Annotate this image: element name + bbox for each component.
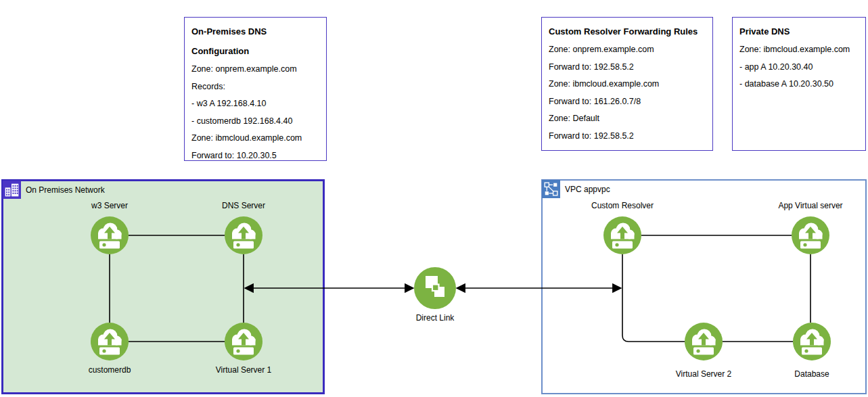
note-forwarding-rules: Custom Resolver Forwarding Rules Zone: o… [541,17,713,151]
node-dns-server [225,216,262,254]
node-label-database: Database [754,369,868,379]
overlapping-squares-icon [414,267,456,309]
note-line: - w3 A 192.168.4.10 [191,95,319,113]
onprem-network-container: On Premises Network [1,179,325,394]
note-title: Custom Resolver Forwarding Rules [549,22,706,41]
node-label-virtual-server-2: Virtual Server 2 [646,369,761,379]
vpc-label: VPC appvpc [565,185,610,194]
node-label-custom-resolver: Custom Resolver [565,201,680,211]
note-line: Zone: ibmcloud.example.com [549,76,706,93]
cloud-upload-server-icon [685,323,723,360]
cloud-upload-server-icon [603,216,641,254]
node-app-virtual-server [792,216,829,254]
note-onprem-dns-config: On-Premises DNS Configuration Zone: onpr… [184,17,327,161]
note-line: Records: [191,78,319,96]
note-line: Zone: ibmcloud.example.com [739,41,859,59]
node-label-app-virtual-server: App Virtual server [753,201,868,211]
cloud-upload-server-icon [793,323,831,360]
node-customerdb [91,323,129,360]
note-line: Forward to: 161.26.0.7/8 [549,93,706,111]
cloud-upload-server-icon [225,323,262,360]
node-virtual-server-2 [685,323,723,360]
vpc-container: VPC appvpc [541,179,867,394]
cloud-upload-server-icon [91,323,129,360]
note-private-dns: Private DNS Zone: ibmcloud.example.com -… [732,17,866,151]
node-virtual-server-1 [225,323,262,360]
cloud-upload-server-icon [91,216,129,254]
note-line: - customerdb 192.168.4.40 [191,113,319,131]
note-line: Forward to: 192.58.5.2 [549,59,706,76]
onprem-network-label: On Premises Network [26,185,105,195]
note-line: Zone: onprem.example.com [191,61,319,78]
note-title: Private DNS [739,22,859,41]
diagram-canvas: On-Premises DNS Configuration Zone: onpr… [0,0,868,397]
node-label-dns-server: DNS Server [186,201,301,211]
note-line: - database A 10.20.30.50 [739,76,859,93]
note-line: Zone: Default [549,110,706,128]
node-label-customerdb: customerdb [52,365,167,375]
note-line: Forward to: 10.20.30.5 [191,147,319,165]
node-label-virtual-server-1: Virtual Server 1 [186,365,301,375]
node-custom-resolver [603,216,641,254]
vpc-network-icon [542,180,560,198]
node-label-direct-link: Direct Link [378,313,493,323]
note-line: Zone: ibmcloud.example.com [191,130,319,147]
note-title: On-Premises DNS Configuration [191,22,303,61]
buildings-icon [3,181,21,199]
node-w3-server [91,216,129,254]
note-line: - app A 10.20.30.40 [739,59,859,76]
node-label-w3-server: w3 Server [52,201,167,211]
cloud-upload-server-icon [792,216,829,254]
note-line: Forward to: 192.58.5.2 [549,128,706,145]
note-line: Zone: onprem.example.com [549,41,706,59]
cloud-upload-server-icon [225,216,262,254]
node-database [793,323,831,360]
node-direct-link [414,267,456,309]
